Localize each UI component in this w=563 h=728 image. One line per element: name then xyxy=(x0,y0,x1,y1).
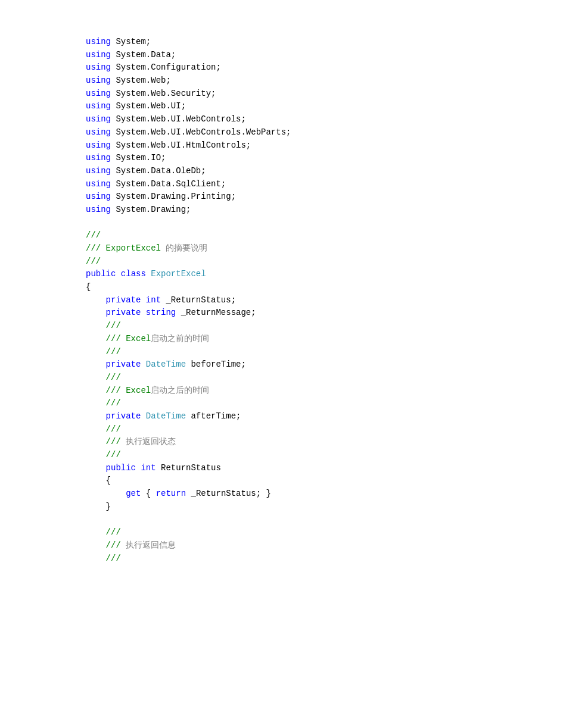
using-line-4: using System.Web; xyxy=(86,74,563,88)
code-content: using System; using System.Data; using S… xyxy=(0,36,563,565)
comment-beforetime-3: /// xyxy=(86,346,563,359)
prop-returnstatus-close: } xyxy=(86,501,563,514)
using-line-7: using System.Web.UI.WebControls; xyxy=(86,113,563,126)
using-line-5: using System.Web.Security; xyxy=(86,88,563,101)
comment-beforetime-1: /// xyxy=(86,320,563,333)
prop-returnstatus-get: get { return _ReturnStatus; } xyxy=(86,488,563,501)
using-line-11: using System.Data.OleDb; xyxy=(86,165,563,178)
using-line-3: using System.Configuration; xyxy=(86,61,563,74)
using-line-2: using System.Data; xyxy=(86,49,563,62)
using-line-12: using System.Data.SqlClient; xyxy=(86,178,563,191)
field-returnstatus: private int _ReturnStatus; xyxy=(86,294,563,307)
comment-line-3: /// xyxy=(86,255,563,268)
comment-beforetime-2: /// Excel启动之前的时间 xyxy=(86,333,563,346)
using-line-8: using System.Web.UI.WebControls.WebParts… xyxy=(86,126,563,139)
comment-returnmessage-1: /// xyxy=(86,526,563,539)
class-decl: public class ExportExcel xyxy=(86,268,563,281)
using-line-14: using System.Drawing; xyxy=(86,204,563,217)
comment-returnstatus-3: /// xyxy=(86,449,563,462)
prop-returnstatus-open: { xyxy=(86,474,563,488)
using-line-6: using System.Web.UI; xyxy=(86,100,563,113)
comment-aftertime-1: /// xyxy=(86,371,563,385)
using-line-9: using System.Web.UI.HtmlControls; xyxy=(86,139,563,152)
prop-returnstatus-decl: public int ReturnStatus xyxy=(86,462,563,475)
comment-line-2: /// ExportExcel 的摘要说明 xyxy=(86,242,563,255)
comment-returnstatus-2: /// 执行返回状态 xyxy=(86,436,563,449)
code-window: using System; using System.Data; using S… xyxy=(0,0,563,728)
comment-returnmessage-2: /// 执行返回信息 xyxy=(86,539,563,552)
comment-aftertime-3: /// xyxy=(86,397,563,410)
using-line-10: using System.IO; xyxy=(86,152,563,165)
comment-returnstatus-1: /// xyxy=(86,423,563,436)
using-line-13: using System.Drawing.Printing; xyxy=(86,190,563,204)
field-returnmessage: private string _ReturnMessage; xyxy=(86,307,563,320)
field-beforetime: private DateTime beforeTime; xyxy=(86,358,563,371)
blank-1 xyxy=(86,217,563,230)
blank-2 xyxy=(86,513,563,526)
class-open: { xyxy=(86,281,563,294)
using-line-1: using System; xyxy=(86,36,563,49)
comment-aftertime-2: /// Excel启动之后的时间 xyxy=(86,385,563,398)
field-aftertime: private DateTime afterTime; xyxy=(86,410,563,423)
comment-returnmessage-3: /// xyxy=(86,552,563,565)
comment-line-1: /// xyxy=(86,229,563,242)
